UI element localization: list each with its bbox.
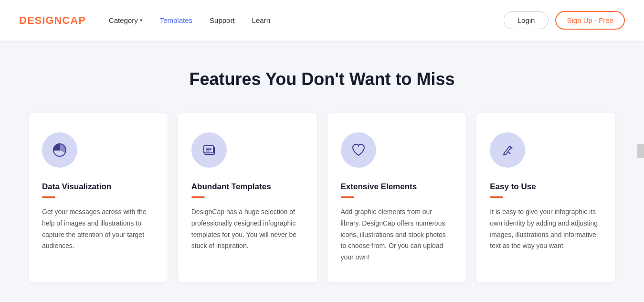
logo[interactable]: DESIGNCAP (19, 14, 86, 27)
feature-desc-2: Add graphic elements from our library. D… (341, 206, 453, 263)
scroll-handle[interactable] (637, 144, 644, 158)
feature-title-3: Easy to Use (490, 182, 602, 192)
feature-underline-1 (191, 196, 205, 198)
nav-actions: Login Sign Up - Free (504, 11, 625, 30)
feature-title-1: Abundant Templates (191, 182, 304, 192)
main-content: Features You Don't Want to Miss Data Vis… (0, 41, 644, 302)
feature-title-2: Extensive Elements (341, 182, 453, 192)
feature-card-easy: Easy to Use It is easy to give your info… (476, 113, 615, 282)
feature-underline-0 (42, 196, 55, 198)
pencil-ruler-icon (499, 141, 516, 159)
feature-underline-2 (341, 196, 354, 198)
nav-support[interactable]: Support (210, 16, 235, 24)
feature-underline-3 (490, 196, 503, 198)
logo-black: DESIGN (19, 14, 62, 26)
feature-desc-0: Get your messages across with the help o… (42, 206, 154, 252)
feature-desc-1: DesignCap has a huge selection of profes… (191, 206, 304, 252)
nav-category[interactable]: Category ▾ (109, 16, 143, 24)
pie-chart-icon (51, 141, 68, 159)
nav-templates[interactable]: Templates (160, 16, 192, 24)
nav-links: Category ▾ Templates Support Learn (109, 16, 504, 24)
nav-learn[interactable]: Learn (252, 16, 270, 24)
elements-icon-circle (341, 132, 376, 168)
feature-desc-3: It is easy to give your infographic its … (490, 206, 602, 252)
section-title: Features You Don't Want to Miss (29, 69, 615, 89)
heart-icon (350, 141, 367, 159)
login-button[interactable]: Login (504, 11, 549, 29)
logo-orange: CAP (62, 14, 85, 26)
features-grid: Data Visualization Get your messages acr… (29, 113, 615, 282)
chevron-down-icon: ▾ (140, 17, 143, 23)
signup-button[interactable]: Sign Up - Free (555, 11, 625, 30)
easy-icon-circle (490, 132, 525, 168)
navbar: DESIGNCAP Category ▾ Templates Support L… (0, 0, 644, 41)
svg-line-14 (508, 152, 510, 154)
feature-title-0: Data Visualization (42, 182, 154, 192)
feature-card-templates: Abundant Templates DesignCap has a huge … (178, 113, 317, 282)
templates-icon (201, 141, 218, 159)
templates-icon-circle (191, 132, 227, 168)
data-viz-icon-circle (42, 132, 77, 168)
svg-line-11 (509, 146, 511, 147)
feature-card-data-viz: Data Visualization Get your messages acr… (29, 113, 168, 282)
feature-card-elements: Extensive Elements Add graphic elements … (327, 113, 466, 282)
